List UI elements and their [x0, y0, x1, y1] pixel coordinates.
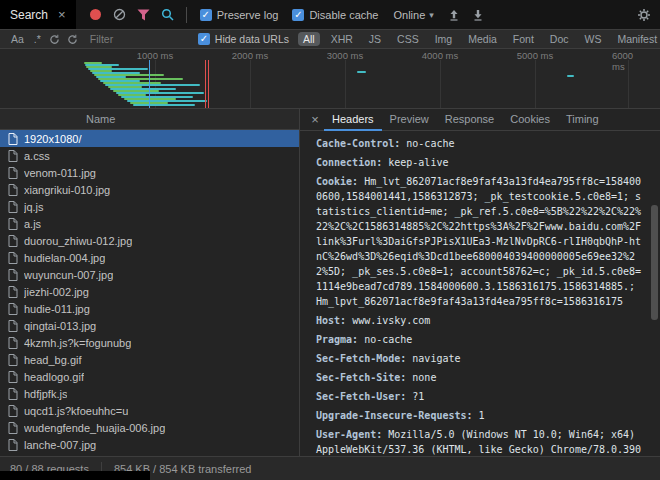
request-headers-content: Cache-Control: no-cacheConnection: keep-…	[300, 131, 660, 456]
file-icon	[8, 150, 18, 162]
request-row[interactable]: wuyuncun-007.jpg	[0, 266, 299, 283]
file-icon	[8, 184, 18, 196]
record-button[interactable]	[84, 4, 108, 26]
request-row[interactable]: duorou_zhiwu-012.jpg	[0, 232, 299, 249]
search-drawer-tab[interactable]: Search ×	[0, 0, 76, 29]
details-tab-strip: HeadersPreviewResponseCookiesTiming	[324, 109, 607, 130]
request-row[interactable]: jiezhi-002.jpg	[0, 283, 299, 300]
filter-pill-manifest[interactable]: Manifest	[612, 32, 660, 46]
filter-pill-css[interactable]: CSS	[392, 32, 424, 46]
waterfall-bar	[567, 75, 574, 77]
settings-button[interactable]	[632, 4, 656, 26]
header-row: Connection: keep-alive	[316, 155, 644, 170]
request-name: headlogo.gif	[24, 371, 84, 383]
disable-cache-checkbox[interactable]: ✓ Disable cache	[292, 9, 378, 21]
request-row[interactable]: uqcd1.js?kfoeuhhc=u	[0, 402, 299, 419]
clear-icon	[113, 8, 126, 21]
request-details-panel: × HeadersPreviewResponseCookiesTiming Ca…	[300, 109, 660, 456]
match-case-toggle[interactable]: Aa	[11, 33, 24, 45]
header-row: User-Agent: Mozilla/5.0 (Windows NT 10.0…	[316, 427, 644, 456]
refresh-button[interactable]	[46, 28, 64, 50]
header-value: keep-alive	[388, 157, 448, 168]
name-column-label: Name	[86, 113, 115, 125]
toolbar-separator	[186, 7, 187, 23]
request-row[interactable]: hudielan-004.jpg	[0, 249, 299, 266]
request-name: hudielan-004.jpg	[24, 252, 105, 264]
throttling-value: Online	[393, 9, 425, 21]
throttling-select[interactable]: Online ▾	[393, 9, 433, 21]
preserve-log-checkbox[interactable]: ✓ Preserve log	[200, 9, 279, 21]
timeline-gridline	[535, 60, 536, 108]
request-name: venom-011.jpg	[24, 167, 96, 179]
header-value: www.ivsky.com	[352, 315, 430, 326]
filter-button[interactable]	[132, 4, 156, 26]
file-icon	[8, 422, 18, 434]
timeline-tick-label: 2000 ms	[232, 50, 268, 61]
domcontentloaded-marker	[149, 60, 150, 108]
header-row: Upgrade-Insecure-Requests: 1	[316, 408, 644, 423]
clear-button[interactable]	[108, 4, 132, 26]
header-value: 1	[479, 410, 485, 421]
details-scrollbar[interactable]	[651, 135, 658, 452]
request-row[interactable]: wudengfende_huajia-006.jpg	[0, 419, 299, 436]
request-row[interactable]: headlogo.gif	[0, 368, 299, 385]
download-icon	[472, 9, 484, 21]
timeline-gridline	[440, 60, 441, 108]
file-icon	[8, 439, 18, 451]
request-row[interactable]: venom-011.jpg	[0, 164, 299, 181]
request-row[interactable]: a.css	[0, 147, 299, 164]
tab-response[interactable]: Response	[437, 109, 503, 131]
timeline-tick-label: 6000 ms	[612, 50, 644, 72]
hide-data-urls-checkbox[interactable]: ✓ Hide data URLs	[198, 33, 289, 45]
file-icon	[8, 167, 18, 179]
filter-pill-font[interactable]: Font	[508, 32, 539, 46]
tab-headers[interactable]: Headers	[324, 109, 382, 131]
timeline-tick-label: 4000 ms	[422, 50, 458, 61]
file-icon	[8, 303, 18, 315]
request-row[interactable]: qingtai-013.jpg	[0, 317, 299, 334]
request-row[interactable]: hdfjpfk.js	[0, 385, 299, 402]
close-details-icon[interactable]: ×	[306, 112, 324, 127]
scrollbar-thumb[interactable]	[651, 205, 658, 320]
filter-pill-ws[interactable]: WS	[580, 32, 607, 46]
request-row[interactable]: xiangrikui-010.jpg	[0, 181, 299, 198]
request-row[interactable]: a.js	[0, 215, 299, 232]
request-row[interactable]: 1920x1080/	[0, 130, 299, 147]
header-row: Cookie: Hm_lvt_862071acf8e9faf43a13fd4ea…	[316, 174, 644, 309]
search-button[interactable]	[156, 4, 180, 26]
request-name: lanche-007.jpg	[24, 439, 96, 451]
filter-pill-xhr[interactable]: XHR	[326, 32, 358, 46]
header-name: Sec-Fetch-Site:	[316, 372, 412, 383]
record-icon	[90, 9, 101, 20]
close-icon[interactable]: ×	[58, 7, 66, 22]
filter-pill-doc[interactable]: Doc	[545, 32, 574, 46]
request-row[interactable]: jq.js	[0, 198, 299, 215]
filter-pill-img[interactable]: Img	[430, 32, 458, 46]
refresh-icon	[67, 34, 78, 45]
tab-timing[interactable]: Timing	[558, 109, 607, 131]
details-tabs: × HeadersPreviewResponseCookiesTiming	[300, 109, 660, 131]
export-har-button[interactable]	[466, 4, 490, 26]
timeline-gridline	[250, 60, 251, 108]
waterfall-bar	[133, 104, 195, 106]
request-row[interactable]: lanche-007.jpg	[0, 436, 299, 453]
tab-cookies[interactable]: Cookies	[502, 109, 558, 131]
regex-toggle[interactable]: .*	[34, 33, 41, 45]
refresh-alt-button[interactable]	[64, 28, 82, 50]
network-overview-timeline[interactable]: 1000 ms2000 ms3000 ms4000 ms5000 ms6000 …	[0, 49, 660, 109]
request-row[interactable]: 4kzmh.js?k=fogunubg	[0, 334, 299, 351]
import-har-button[interactable]	[442, 4, 466, 26]
request-row[interactable]: hudie-011.jpg	[0, 300, 299, 317]
file-icon	[8, 337, 18, 349]
disable-cache-label: Disable cache	[309, 9, 378, 21]
tab-preview[interactable]: Preview	[382, 109, 437, 131]
header-row: Sec-Fetch-User: ?1	[316, 389, 644, 404]
header-name: Upgrade-Insecure-Requests:	[316, 410, 479, 421]
filter-pill-js[interactable]: JS	[364, 32, 386, 46]
header-row: Sec-Fetch-Mode: navigate	[316, 351, 644, 366]
filter-pill-media[interactable]: Media	[463, 32, 502, 46]
name-column-header[interactable]: Name	[0, 109, 299, 130]
filter-pill-all[interactable]: All	[298, 32, 320, 46]
request-row[interactable]: head_bg.gif	[0, 351, 299, 368]
filter-input[interactable]	[88, 32, 192, 46]
